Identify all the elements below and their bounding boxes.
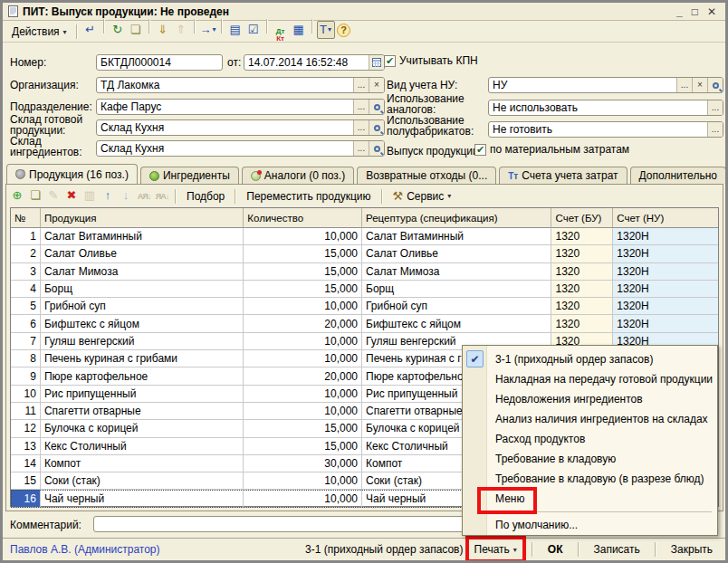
- documents-register-button[interactable]: ▦: [290, 21, 308, 39]
- number-field[interactable]: БКТДЛ000014: [96, 54, 223, 71]
- status-bar: Павлов А.В. (Администратор) 3-1 (приходн…: [3, 538, 725, 560]
- kpn-checkbox[interactable]: ✔ Учитывать КПН: [384, 54, 478, 67]
- menu-item-label: Анализ наличия ингредиентов на складах: [495, 413, 708, 425]
- analogs-field[interactable]: Не использовать ...: [488, 100, 723, 116]
- table-row[interactable]: 6Бифштекс с яйцом20,000Бифштекс с яйцом1…: [11, 315, 718, 332]
- list-structure-button[interactable]: ▤: [226, 21, 244, 39]
- delete-row-button[interactable]: ✖: [62, 186, 81, 205]
- tab-6[interactable]: Дополнительно: [630, 167, 726, 184]
- menu-item-10[interactable]: По умолчанию...: [463, 515, 717, 535]
- select-button[interactable]: ...: [707, 100, 723, 115]
- move-products-button[interactable]: Переместить продукцию: [240, 189, 377, 204]
- nu-kind-field[interactable]: НУ ... ×: [488, 77, 723, 93]
- open-button[interactable]: [369, 100, 384, 114]
- ok-button[interactable]: ОК: [542, 541, 569, 558]
- select-button[interactable]: ...: [707, 122, 723, 137]
- grid-toolbar: ⊕❏✎✖▥↑↓АЯ↓ЯА↓ Подбор Переместить продукц…: [8, 186, 718, 205]
- pick-button[interactable]: Подбор: [180, 189, 231, 204]
- semiproducts-field[interactable]: Не готовить ...: [488, 121, 723, 138]
- undo-posting-icon: ⇑: [176, 24, 186, 35]
- column-header[interactable]: Счет (БУ): [551, 208, 613, 228]
- department-field[interactable]: Кафе Парус ...: [96, 99, 385, 115]
- tab-1[interactable]: Продукция (16 поз.): [6, 164, 138, 184]
- maximize-button[interactable]: □: [692, 5, 698, 18]
- help-button[interactable]: ?: [335, 22, 353, 40]
- ing-warehouse-label: Склад ингредиентов:: [10, 136, 96, 157]
- select-button[interactable]: ...: [353, 100, 369, 114]
- reread-button[interactable]: ↻: [109, 21, 127, 39]
- menu-item-6[interactable]: Требование в кладовую: [463, 449, 717, 469]
- add-row-button[interactable]: ⊕: [8, 186, 26, 205]
- clear-button[interactable]: ×: [369, 78, 384, 92]
- post-document-button[interactable]: ⇓: [154, 21, 172, 39]
- menu-item-7[interactable]: Требование в кладовую (в разрезе блюд): [463, 469, 717, 489]
- fg-warehouse-field[interactable]: Склад Кухня ...: [96, 119, 385, 136]
- service-menu-button[interactable]: ⚒ Сервис ▾: [387, 188, 458, 204]
- copy-document-icon: ❏: [130, 24, 141, 35]
- output-label: Выпуск продукции:: [387, 146, 482, 157]
- organization-field[interactable]: ТД Лакомка ... ×: [96, 77, 385, 93]
- menu-item-1[interactable]: ✔3-1 (приходный ордер запасов): [463, 349, 717, 369]
- select-button[interactable]: ...: [676, 78, 692, 92]
- calendar-button[interactable]: [369, 55, 384, 70]
- check-icon: ✔: [466, 350, 484, 367]
- close-form-button[interactable]: Закрыть: [666, 541, 718, 558]
- column-header[interactable]: Счет (НУ): [613, 208, 718, 228]
- clear-button[interactable]: ×: [692, 78, 707, 92]
- tab-5[interactable]: ТтСчета учета затрат: [499, 167, 627, 184]
- table-row[interactable]: 4Борщ15,000Борщ13201320Н: [11, 281, 718, 298]
- menu-item-5[interactable]: Расход продуктов: [463, 429, 717, 449]
- current-user-link[interactable]: Павлов А.В. (Администратор): [10, 543, 300, 556]
- table-row[interactable]: 5Грибной суп10,000Грибной суп13201320Н: [11, 298, 718, 315]
- move-row-down-button[interactable]: ↓: [117, 186, 135, 205]
- tab-4[interactable]: Возвратные отходы (0...: [357, 167, 496, 184]
- sort-ascending-button: АЯ↓: [135, 188, 153, 206]
- menu-item-4[interactable]: Анализ наличия ингредиентов на складах: [463, 409, 717, 429]
- table-row[interactable]: 2Салат Оливье15,000Салат Оливье13201320Н: [11, 245, 718, 262]
- copy-row-button[interactable]: ❏: [26, 186, 44, 205]
- magnifier-icon: [374, 125, 380, 131]
- save-record-button[interactable]: ↵: [81, 21, 100, 39]
- minimize-button[interactable]: _: [676, 5, 683, 18]
- filter-by-value-button[interactable]: Т▾: [317, 21, 335, 39]
- select-button[interactable]: ...: [353, 120, 369, 135]
- column-header[interactable]: Количество: [244, 208, 362, 228]
- menu-separator: [492, 511, 712, 512]
- tab-2[interactable]: Ингредиенты: [140, 167, 239, 184]
- date-label: от:: [227, 57, 241, 68]
- go-to-button[interactable]: →▾: [199, 21, 217, 39]
- window-title: ПИТ: Выпуск продукции: Не проведен: [23, 5, 672, 18]
- open-button[interactable]: [369, 141, 384, 156]
- set-flags-button[interactable]: ☑: [244, 21, 263, 39]
- column-header[interactable]: Рецептура (спецификация): [362, 208, 551, 228]
- output-checkbox[interactable]: ✔ по материальным затратам: [474, 143, 629, 156]
- tab-label: Счета учета затрат: [522, 169, 618, 182]
- open-button[interactable]: [707, 78, 723, 92]
- open-button[interactable]: [369, 120, 384, 135]
- tt-icon: Тт: [508, 171, 518, 181]
- close-button[interactable]: ✕: [707, 5, 716, 18]
- print-button[interactable]: Печать ▾: [469, 541, 522, 558]
- column-header[interactable]: Продукция: [41, 208, 244, 228]
- dt-kt-button[interactable]: ДтКт: [272, 26, 290, 44]
- menu-item-3[interactable]: Недовложения ингредиентов: [463, 389, 717, 409]
- actions-menu-button[interactable]: Действия▾: [6, 24, 72, 40]
- column-header[interactable]: №: [11, 208, 41, 228]
- table-row[interactable]: 1Салат Витаминный10,000Салат Витаминный1…: [11, 228, 718, 245]
- end-edit-icon: ▥: [84, 189, 95, 201]
- menu-item-8[interactable]: Меню: [463, 489, 717, 509]
- document-icon: [8, 5, 18, 17]
- ing-warehouse-field[interactable]: Склад Кухня ...: [96, 140, 385, 157]
- copy-document-button[interactable]: ❏: [127, 21, 145, 39]
- move-row-up-button[interactable]: ↑: [99, 186, 117, 205]
- table-row[interactable]: 3Салат Мимоза15,000Салат Мимоза13201320Н: [11, 263, 718, 281]
- tab-3[interactable]: Аналоги (0 поз.): [242, 167, 354, 184]
- menu-item-2[interactable]: Накладная на передачу готовой продукции: [463, 369, 717, 389]
- select-button[interactable]: ...: [353, 141, 369, 156]
- date-field[interactable]: 14.07.2014 16:52:48: [244, 54, 385, 71]
- write-button[interactable]: Записать: [589, 541, 646, 558]
- select-button[interactable]: ...: [353, 78, 369, 92]
- sort-descending-button: ЯА↓: [153, 188, 171, 206]
- menu-item-label: Недовложения ингредиентов: [495, 393, 643, 406]
- documents-register-icon: ▦: [292, 24, 303, 35]
